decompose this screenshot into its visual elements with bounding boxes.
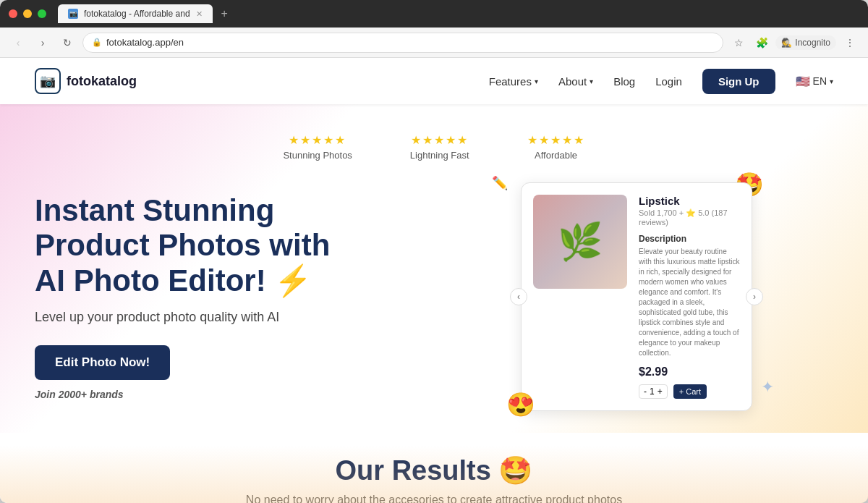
- new-tab-button[interactable]: +: [217, 6, 232, 22]
- card-arrow-left[interactable]: ‹: [510, 288, 527, 305]
- edit-photo-button[interactable]: Edit Photo Now!: [35, 345, 170, 380]
- product-price: $2.99: [639, 365, 740, 379]
- nav-links: Features ▾ About ▾ Blog Login Sign Up 🇺🇸…: [489, 69, 833, 94]
- stars-2: ★★★★★: [527, 133, 585, 147]
- features-chevron-icon: ▾: [535, 77, 538, 85]
- product-desc-label: Description: [639, 234, 740, 244]
- hero-visual: 🤩 ‹ › 🌿 Lipstic: [440, 182, 833, 411]
- star-item-1: ★★★★★ Lightning Fast: [410, 133, 469, 161]
- lang-chevron-icon: ▾: [830, 77, 833, 85]
- star-item-0: ★★★★★ Stunning Photos: [283, 133, 352, 161]
- toolbar-actions: ☆ 🧩 🕵 Incognito ⋮: [729, 33, 859, 52]
- bookmark-button[interactable]: ☆: [729, 33, 748, 52]
- tab-title: fotokatalog - Affordable and: [84, 9, 190, 19]
- incognito-badge: 🕵 Incognito: [775, 35, 836, 50]
- results-section: Our Results 🤩 No need to worry about the…: [0, 433, 868, 503]
- close-button[interactable]: [9, 9, 17, 18]
- address-bar[interactable]: 🔒 fotokatalog.app/en: [82, 33, 723, 53]
- join-text: Join 2000+ brands: [35, 389, 411, 400]
- browser-toolbar: ‹ › ↻ 🔒 fotokatalog.app/en ☆ 🧩 🕵 Incogni…: [0, 28, 868, 58]
- stars-row: ★★★★★ Stunning Photos ★★★★★ Lightning Fa…: [35, 126, 833, 175]
- back-button[interactable]: ‹: [9, 33, 27, 52]
- browser-window: 📷 fotokatalog - Affordable and ✕ + ‹ › ↻…: [0, 0, 868, 503]
- website-content: 📷 fotokatalog Features ▾ About ▾ Blog Lo…: [0, 58, 868, 503]
- star-label-1: Lightning Fast: [410, 150, 469, 161]
- product-img-emoji: 🌿: [558, 221, 603, 263]
- love-emoji: 😍: [506, 391, 535, 418]
- edit-arrow-icon: ✏️: [492, 175, 508, 191]
- card-arrow-right[interactable]: ›: [746, 288, 763, 305]
- qty-value: 1: [650, 386, 655, 397]
- results-title: Our Results 🤩: [35, 455, 833, 486]
- star-item-2: ★★★★★ Affordable: [527, 133, 585, 161]
- product-card: ‹ › 🌿 Lipstick Sold 1,700: [521, 182, 752, 411]
- quantity-control[interactable]: - 1 +: [639, 384, 668, 399]
- logo-icon: 📷: [35, 68, 61, 94]
- extensions-button[interactable]: 🧩: [752, 33, 771, 52]
- logo-area: 📷 fotokatalog: [35, 68, 137, 94]
- browser-titlebar: 📷 fotokatalog - Affordable and ✕ +: [0, 0, 868, 28]
- hero-section: ★★★★★ Stunning Photos ★★★★★ Lightning Fa…: [0, 104, 868, 433]
- product-image-area: 🌿: [533, 195, 627, 399]
- minimize-button[interactable]: [23, 9, 32, 18]
- incognito-icon: 🕵: [781, 38, 792, 48]
- qty-plus[interactable]: +: [658, 386, 663, 397]
- hero-title: Instant Stunning Product Photos with AI …: [35, 193, 411, 298]
- product-name: Lipstick: [639, 195, 740, 207]
- tab-favicon: 📷: [68, 9, 78, 19]
- about-nav-link[interactable]: About ▾: [558, 75, 593, 88]
- tab-close-icon[interactable]: ✕: [196, 9, 203, 19]
- url-text: fotokatalog.app/en: [106, 37, 184, 48]
- product-actions: - 1 + + Cart: [639, 384, 740, 399]
- product-desc-text: Elevate your beauty routine with this lu…: [639, 247, 740, 358]
- stars-1: ★★★★★: [411, 133, 469, 147]
- maximize-button[interactable]: [38, 9, 46, 18]
- results-subtitle: No need to worry about the accesories to…: [35, 494, 833, 503]
- logo-text: fotokatalog: [67, 74, 137, 89]
- blog-nav-link[interactable]: Blog: [613, 75, 635, 88]
- stars-0: ★★★★★: [289, 133, 346, 147]
- hero-text: Instant Stunning Product Photos with AI …: [35, 193, 411, 400]
- product-details: Lipstick Sold 1,700 + ⭐ 5.0 (187 reviews…: [639, 195, 740, 399]
- features-nav-link[interactable]: Features ▾: [489, 75, 538, 88]
- product-image: 🌿: [533, 195, 627, 289]
- hero-subtitle: Level up your product photo quality with…: [35, 310, 411, 325]
- active-tab[interactable]: 📷 fotokatalog - Affordable and ✕: [58, 4, 213, 23]
- hero-content: Instant Stunning Product Photos with AI …: [35, 175, 833, 418]
- incognito-label: Incognito: [795, 38, 830, 48]
- tab-area: 📷 fotokatalog - Affordable and ✕ +: [58, 4, 232, 23]
- sparkle-emoji: ✦: [761, 378, 774, 397]
- menu-button[interactable]: ⋮: [841, 33, 859, 52]
- reload-button[interactable]: ↻: [58, 33, 77, 52]
- star-label-0: Stunning Photos: [283, 150, 352, 161]
- add-to-cart-button[interactable]: + Cart: [673, 384, 707, 399]
- flag-icon: 🇺🇸: [796, 75, 810, 88]
- product-card-wrapper: 🤩 ‹ › 🌿 Lipstic: [521, 182, 752, 411]
- about-chevron-icon: ▾: [590, 77, 593, 85]
- product-sold: Sold 1,700 + ⭐ 5.0 (187 reviews): [639, 208, 740, 227]
- site-navbar: 📷 fotokatalog Features ▾ About ▾ Blog Lo…: [0, 58, 868, 104]
- product-card-inner: 🌿 Lipstick Sold 1,700 + ⭐ 5.0 (187 revie…: [533, 195, 740, 399]
- qty-minus[interactable]: -: [644, 386, 647, 397]
- login-nav-link[interactable]: Login: [655, 75, 682, 88]
- signup-button[interactable]: Sign Up: [702, 69, 775, 94]
- lock-icon: 🔒: [92, 38, 102, 47]
- star-label-2: Affordable: [535, 150, 577, 161]
- forward-button[interactable]: ›: [33, 33, 52, 52]
- language-selector[interactable]: 🇺🇸 EN ▾: [796, 75, 833, 88]
